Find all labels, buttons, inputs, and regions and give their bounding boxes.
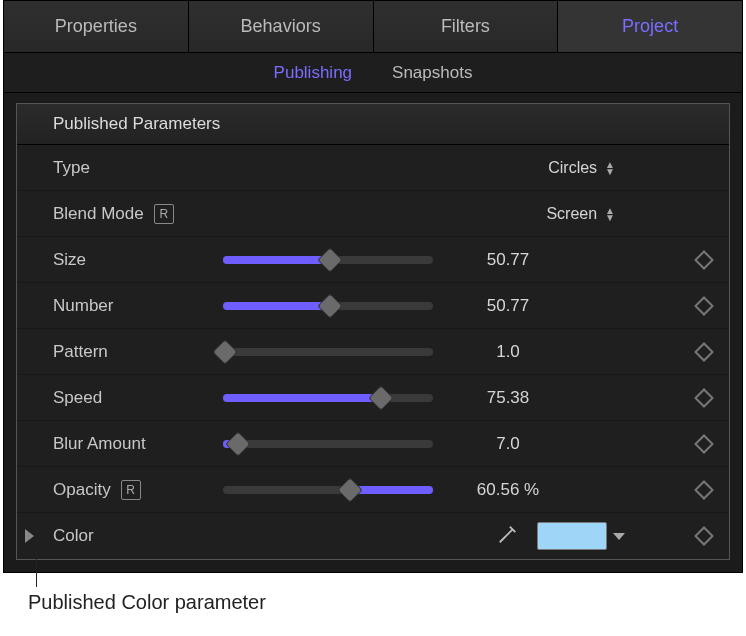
type-value: Circles xyxy=(548,159,597,177)
callout-leader-line xyxy=(36,551,37,587)
type-dropdown[interactable]: Circles ▲▼ xyxy=(435,159,615,177)
number-value[interactable]: 50.77 xyxy=(453,296,563,316)
param-row-number: Number 50.77 xyxy=(17,283,729,329)
tab-behaviors[interactable]: Behaviors xyxy=(189,1,374,52)
tab-properties-label: Properties xyxy=(55,16,137,37)
speed-value[interactable]: 75.38 xyxy=(453,388,563,408)
main-tabs: Properties Behaviors Filters Project xyxy=(4,1,742,53)
param-row-blend-mode: Blend Mode R Screen ▲▼ xyxy=(17,191,729,237)
color-swatch-control xyxy=(537,522,625,550)
param-label-size: Size xyxy=(53,250,223,270)
param-label-color: Color xyxy=(53,526,223,546)
blur-slider[interactable] xyxy=(223,440,433,448)
param-label-type: Type xyxy=(53,158,223,178)
inspector-panel: Properties Behaviors Filters Project Pub… xyxy=(3,0,743,573)
blend-mode-text: Blend Mode xyxy=(53,204,144,224)
param-row-opacity: Opacity R 60.56 % xyxy=(17,467,729,513)
keyframe-icon[interactable] xyxy=(694,342,714,362)
param-label-blend-mode: Blend Mode R xyxy=(53,204,223,224)
param-row-speed: Speed 75.38 xyxy=(17,375,729,421)
param-label-number: Number xyxy=(53,296,223,316)
param-row-pattern: Pattern 1.0 xyxy=(17,329,729,375)
pattern-value[interactable]: 1.0 xyxy=(453,342,563,362)
param-label-opacity: Opacity R xyxy=(53,480,223,500)
opacity-value[interactable]: 60.56 % xyxy=(453,480,563,500)
size-slider[interactable] xyxy=(223,256,433,264)
published-parameters-group: Published Parameters Type Circles ▲▼ Ble… xyxy=(16,103,730,560)
keyframe-icon[interactable] xyxy=(694,296,714,316)
tab-filters[interactable]: Filters xyxy=(374,1,559,52)
param-row-size: Size 50.77 xyxy=(17,237,729,283)
group-title: Published Parameters xyxy=(17,104,729,145)
number-slider[interactable] xyxy=(223,302,433,310)
color-swatch[interactable] xyxy=(537,522,607,550)
stepper-icon: ▲▼ xyxy=(605,207,615,221)
rig-badge-icon[interactable]: R xyxy=(154,204,174,224)
chevron-down-icon[interactable] xyxy=(613,533,625,540)
blur-value[interactable]: 7.0 xyxy=(453,434,563,454)
speed-slider[interactable] xyxy=(223,394,433,402)
param-row-type: Type Circles ▲▼ xyxy=(17,145,729,191)
keyframe-icon[interactable] xyxy=(694,480,714,500)
tab-properties[interactable]: Properties xyxy=(4,1,189,52)
opacity-text: Opacity xyxy=(53,480,111,500)
size-value[interactable]: 50.77 xyxy=(453,250,563,270)
param-row-color: Color xyxy=(17,513,729,559)
blend-mode-dropdown[interactable]: Screen ▲▼ xyxy=(435,205,615,223)
content-area: Published Parameters Type Circles ▲▼ Ble… xyxy=(4,93,742,572)
tab-behaviors-label: Behaviors xyxy=(241,16,321,37)
keyframe-icon[interactable] xyxy=(694,250,714,270)
subtab-publishing[interactable]: Publishing xyxy=(274,63,352,83)
pattern-slider[interactable] xyxy=(223,348,433,356)
tab-project[interactable]: Project xyxy=(558,1,742,52)
keyframe-icon[interactable] xyxy=(694,434,714,454)
stepper-icon: ▲▼ xyxy=(605,161,615,175)
disclosure-triangle-icon[interactable] xyxy=(25,529,34,543)
opacity-slider[interactable] xyxy=(223,486,433,494)
annotation-callout: Published Color parameter xyxy=(0,573,746,614)
blend-mode-value: Screen xyxy=(546,205,597,223)
eyedropper-icon[interactable] xyxy=(497,523,519,549)
tab-filters-label: Filters xyxy=(441,16,490,37)
param-row-blur: Blur Amount 7.0 xyxy=(17,421,729,467)
param-label-blur: Blur Amount xyxy=(53,434,223,454)
param-label-pattern: Pattern xyxy=(53,342,223,362)
keyframe-icon[interactable] xyxy=(694,526,714,546)
param-label-speed: Speed xyxy=(53,388,223,408)
tab-project-label: Project xyxy=(622,16,678,37)
rig-badge-icon[interactable]: R xyxy=(121,480,141,500)
callout-text: Published Color parameter xyxy=(28,591,266,613)
sub-tabs: Publishing Snapshots xyxy=(4,53,742,93)
keyframe-icon[interactable] xyxy=(694,388,714,408)
subtab-snapshots[interactable]: Snapshots xyxy=(392,63,472,83)
